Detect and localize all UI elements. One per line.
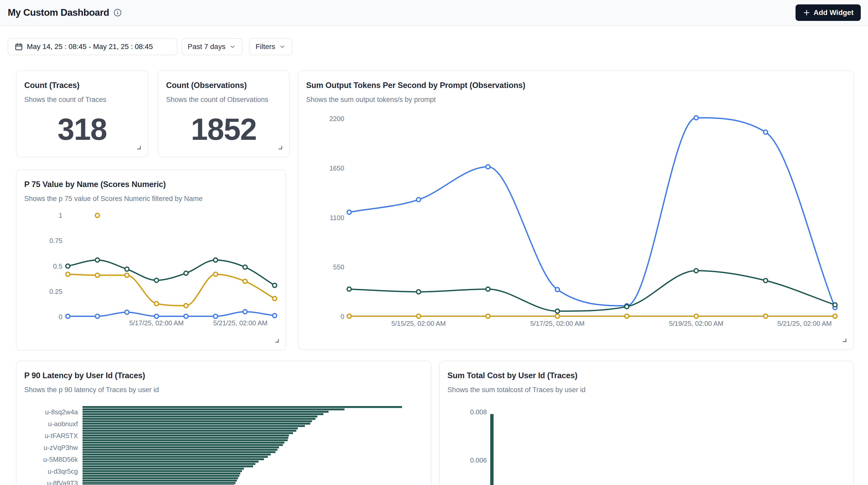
chevron-down-icon [229,43,236,50]
card-title: Count (Observations) [166,81,281,90]
svg-text:5/17/25, 02:00 AM: 5/17/25, 02:00 AM [530,320,585,327]
card-count-observations: Count (Observations) Shows the count of … [158,70,289,157]
count-observations-value: 1852 [158,112,289,147]
svg-text:u-tFAR5TX: u-tFAR5TX [44,432,78,439]
card-p75-value: P 75 Value by Name (Scores Numeric) Show… [16,170,286,351]
svg-text:0.25: 0.25 [49,287,62,295]
add-widget-button[interactable]: Add Widget [796,4,861,21]
filters-dropdown[interactable]: Filters [249,38,292,55]
resize-handle-icon[interactable] [277,145,283,151]
date-range-label: May 14, 25 : 08:45 - May 21, 25 : 08:45 [27,42,153,51]
add-widget-label: Add Widget [814,8,854,17]
svg-text:5/17/25, 02:00 AM: 5/17/25, 02:00 AM [129,319,184,327]
card-count-traces: Count (Traces) Shows the count of Traces… [16,70,148,157]
card-subtitle: Shows the count of Traces [24,96,140,104]
svg-text:u-5M8D56k: u-5M8D56k [43,456,78,463]
svg-text:5/19/25, 02:00 AM: 5/19/25, 02:00 AM [669,320,723,327]
chevron-down-icon [279,43,286,50]
count-traces-value: 318 [17,112,148,147]
p75-line-chart: 00.250.50.7515/17/25, 02:00 AM5/21/25, 0… [17,170,287,351]
date-range-picker[interactable]: May 14, 25 : 08:45 - May 21, 25 : 08:45 [8,38,178,55]
filters-label: Filters [255,42,275,51]
card-sum-total-cost: Sum Total Cost by User Id (Traces) Shows… [439,361,854,485]
svg-text:2200: 2200 [329,115,344,123]
svg-text:1650: 1650 [329,164,344,172]
svg-text:0.5: 0.5 [53,262,62,270]
svg-text:u-d3qr5cg: u-d3qr5cg [48,467,78,475]
svg-text:u-aobnuxf: u-aobnuxf [48,420,78,428]
time-preset-label: Past 7 days [188,42,225,51]
p90-bar-chart: u-8sq2w4au-aobnuxfu-tFAR5TXu-zVqP3hwu-5M… [17,361,432,485]
plus-icon [803,9,810,17]
info-icon[interactable] [113,8,122,17]
svg-text:0: 0 [59,313,62,321]
svg-text:5/21/25, 02:00 AM: 5/21/25, 02:00 AM [213,319,268,327]
tokens-line-chart: 05501100165022005/15/25, 02:00 AM5/17/25… [298,71,854,351]
svg-text:0.006: 0.006 [470,456,487,464]
svg-text:u-8fVa9T3: u-8fVa9T3 [47,479,78,485]
svg-text:1: 1 [59,212,62,219]
page-title: My Custom Dashboard [8,7,109,18]
top-header: My Custom Dashboard Add Widget [0,0,868,26]
cost-bar-chart: 0.0080.006 [440,361,854,485]
resize-handle-icon[interactable] [136,145,142,151]
svg-text:u-zVqP3hw: u-zVqP3hw [43,444,78,451]
card-subtitle: Shows the count of Observations [166,96,281,104]
card-tokens-per-second: Sum Output Tokens Per Second by Prompt (… [298,70,854,350]
svg-text:u-8sq2w4a: u-8sq2w4a [45,408,78,416]
svg-text:550: 550 [333,263,344,271]
resize-handle-icon[interactable] [841,337,847,344]
calendar-icon [14,42,23,51]
time-preset-dropdown[interactable]: Past 7 days [182,38,242,55]
svg-text:1100: 1100 [330,214,344,222]
card-title: Count (Traces) [24,81,140,90]
card-p90-latency: P 90 Latency by User Id (Traces) Shows t… [16,361,431,485]
svg-text:5/21/25, 02:00 AM: 5/21/25, 02:00 AM [777,320,832,327]
dashboard-page: { "header": { "title": "My Custom Dashbo… [0,0,868,485]
resize-handle-icon[interactable] [274,338,280,344]
svg-text:5/15/25, 02:00 AM: 5/15/25, 02:00 AM [392,320,446,327]
svg-text:0.008: 0.008 [470,408,487,416]
svg-text:0.75: 0.75 [49,237,62,245]
svg-text:0: 0 [341,313,344,321]
